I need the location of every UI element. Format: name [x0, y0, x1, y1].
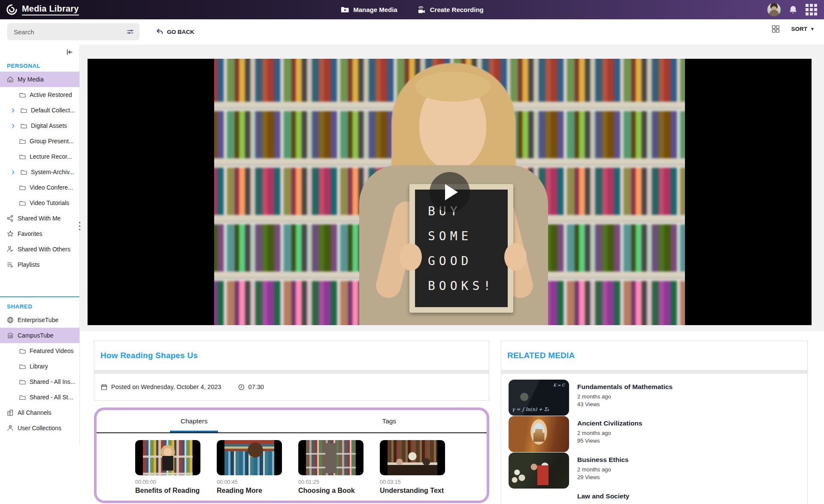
- clock-icon: [238, 383, 245, 391]
- sidebar-item-shared-all-instructors[interactable]: Shared - All Ins...: [0, 374, 79, 389]
- sign-line: BOOKS!: [428, 274, 508, 299]
- related-item[interactable]: Ancient Civilizations 2 months ago 95 Vi…: [509, 416, 800, 452]
- related-thumbnail-business[interactable]: [509, 453, 569, 489]
- details-row: How Reading Shapes Us Posted on Wednesda…: [80, 331, 824, 504]
- related-item[interactable]: γ = ∫ ln(n) + ΣₖK = C Fundamentals of Ma…: [509, 380, 800, 416]
- chapter-title: Choosing a Book: [298, 487, 364, 495]
- sidebar-item-campustube[interactable]: CampusTube: [0, 328, 79, 343]
- sidebar-item-shared-with-me[interactable]: Shared With Me: [0, 211, 79, 226]
- sidebar-divider: [0, 296, 79, 297]
- grid-view-icon: [771, 24, 780, 33]
- sidebar-collapse-row: [0, 45, 79, 59]
- folder-icon: [20, 107, 27, 114]
- chapter-title: Benefits of Reading: [135, 487, 200, 495]
- sidebar-item-shared-with-others[interactable]: Shared With Others: [0, 241, 79, 257]
- search-box[interactable]: [7, 23, 139, 40]
- sidebar-item-digital-assets[interactable]: Digital Assets: [0, 118, 79, 133]
- related-thumbnail-civilizations[interactable]: [509, 416, 569, 452]
- search-input[interactable]: [7, 28, 126, 36]
- related-thumbnail-mathematics[interactable]: γ = ∫ ln(n) + ΣₖK = C: [509, 380, 569, 416]
- sidebar-item-library[interactable]: Library: [0, 359, 79, 374]
- chapter-title: Reading More: [217, 487, 282, 495]
- person-icon: [6, 424, 14, 432]
- sidebar-item-video-conferences[interactable]: Video Confere...: [0, 180, 79, 195]
- app-title[interactable]: Media Library: [22, 4, 79, 15]
- play-button[interactable]: [430, 172, 470, 212]
- notifications-button[interactable]: [788, 5, 798, 15]
- sign-line: GOOD: [428, 249, 508, 274]
- related-title[interactable]: Law and Society: [577, 492, 629, 500]
- video-details-column: How Reading Shapes Us Posted on Wednesda…: [94, 341, 489, 503]
- chapter-title: Understanding Text: [380, 487, 445, 495]
- chevron-right-icon[interactable]: [10, 123, 16, 129]
- sidebar-item-lecture-recordings[interactable]: Lecture Recor...: [0, 149, 79, 164]
- chapter-item[interactable]: 00:03:15 Understanding Text: [380, 440, 445, 495]
- chevron-right-icon[interactable]: [10, 108, 16, 113]
- chapter-thumbnail[interactable]: [217, 440, 282, 475]
- app-launcher-button[interactable]: [806, 4, 817, 15]
- manage-media-button[interactable]: Manage Media: [340, 5, 397, 14]
- sidebar-item-all-channels[interactable]: All Channels: [0, 405, 79, 420]
- related-views: 43 Views: [577, 401, 673, 408]
- chapter-thumbnail[interactable]: [135, 440, 200, 475]
- chapter-time: 00:03:15: [380, 479, 445, 485]
- related-views: 29 Views: [577, 474, 629, 481]
- video-duration: 07:30: [238, 383, 264, 391]
- folder-play-icon: [340, 5, 349, 14]
- sidebar-item-shared-all-students[interactable]: Shared - All St...: [0, 389, 79, 405]
- create-recording-label: Create Recording: [430, 6, 484, 13]
- sidebar-item-user-collections[interactable]: User Collections: [0, 420, 79, 436]
- chapter-item[interactable]: 00:00:45 Reading More: [217, 440, 282, 495]
- player-section: BUY SOME GOOD BOOKS!: [80, 45, 824, 331]
- chapter-item[interactable]: 00:01:25 Choosing a Book: [298, 440, 364, 495]
- brand[interactable]: Media Library: [0, 4, 79, 15]
- related-media-list: γ = ∫ ln(n) + ΣₖK = C Fundamentals of Ma…: [501, 374, 807, 504]
- grid-view-button[interactable]: [771, 24, 780, 33]
- building-icon: [6, 332, 14, 339]
- related-media-column: RELATED MEDIA γ = ∫ ln(n) + ΣₖK = C Fund…: [501, 341, 808, 504]
- video-camera-icon: [417, 5, 426, 14]
- chevron-right-icon[interactable]: [10, 169, 16, 175]
- sort-button[interactable]: SORT ▼: [791, 26, 815, 32]
- sidebar-item-enterprisetube[interactable]: EnterpriseTube: [0, 312, 79, 328]
- chapter-time: 00:00:00: [135, 479, 200, 485]
- folder-icon: [19, 91, 26, 99]
- sidebar-item-group-presentations[interactable]: Group Present...: [0, 133, 79, 149]
- user-avatar[interactable]: [767, 3, 781, 16]
- tab-tags[interactable]: Tags: [292, 410, 487, 432]
- sidebar-item-my-media[interactable]: My Media: [0, 72, 79, 87]
- related-title[interactable]: Ancient Civilizations: [577, 419, 642, 427]
- related-thumbnail-law[interactable]: [509, 489, 569, 504]
- sidebar-item-default-collections[interactable]: Default Collect...: [0, 103, 79, 118]
- sidebar-item-favorites[interactable]: Favorites: [0, 226, 79, 241]
- tab-chapters[interactable]: Chapters: [97, 410, 292, 432]
- folder-icon: [20, 169, 27, 176]
- collapse-left-icon[interactable]: [65, 48, 73, 56]
- related-title[interactable]: Business Ethics: [577, 456, 629, 464]
- sidebar-item-video-tutorials[interactable]: Video Tutorials: [0, 195, 79, 211]
- chapter-thumbnail[interactable]: [298, 440, 364, 475]
- top-right-controls: [767, 3, 817, 16]
- video-title-card: How Reading Shapes Us Posted on Wednesda…: [94, 341, 489, 401]
- play-icon: [445, 184, 458, 200]
- sidebar-item-active-restored[interactable]: Active Restored: [0, 87, 79, 103]
- search-filter-icon[interactable]: [126, 28, 134, 36]
- related-item[interactable]: Business Ethics 2 months ago 29 Views: [509, 453, 800, 489]
- go-back-button[interactable]: GO BACK: [156, 24, 194, 39]
- related-item[interactable]: Law and Society 2 months ago: [509, 489, 800, 504]
- sidebar-item-featured-videos[interactable]: Featured Videos: [0, 343, 79, 359]
- chapter-time: 00:00:45: [217, 479, 282, 485]
- chapter-time: 00:01:25: [298, 479, 364, 485]
- related-title[interactable]: Fundamentals of Mathematics: [577, 383, 673, 391]
- sidebar-item-system-archive[interactable]: System-Archiv...: [0, 164, 79, 180]
- video-player[interactable]: BUY SOME GOOD BOOKS!: [88, 59, 812, 325]
- go-back-label: GO BACK: [167, 29, 194, 35]
- create-recording-button[interactable]: Create Recording: [417, 5, 484, 14]
- bell-icon: [788, 5, 798, 15]
- chapter-thumbnail[interactable]: [380, 440, 445, 475]
- sidebar-item-playlists[interactable]: Playlists: [0, 257, 79, 272]
- chevron-down-icon: ▼: [810, 27, 815, 31]
- chapter-item[interactable]: 00:00:00 Benefits of Reading: [135, 440, 200, 495]
- sidebar: PERSONAL My Media Active Restored Defaul…: [0, 45, 80, 444]
- sidebar-section-personal: PERSONAL: [0, 59, 79, 72]
